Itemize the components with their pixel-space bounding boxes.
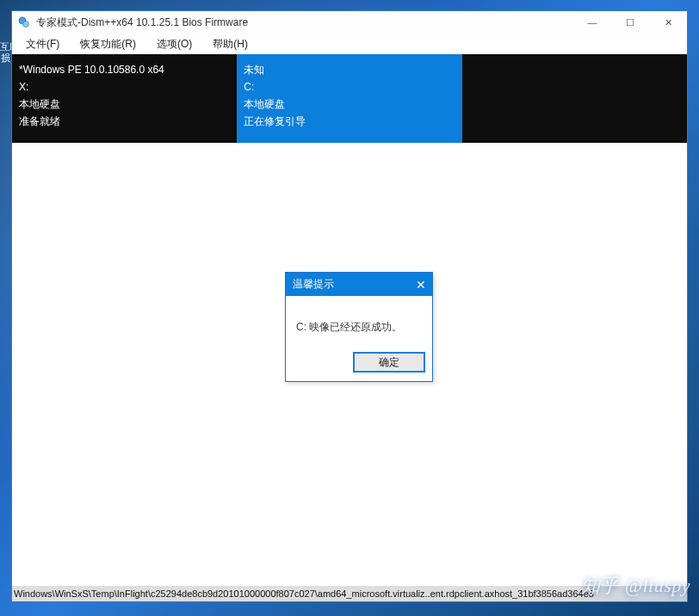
panel-os-name: 未知 xyxy=(244,61,453,78)
system-panel-left[interactable]: *Windows PE 10.0.10586.0 x64 X: 本地硬盘 准备就… xyxy=(12,54,237,143)
panel-os-name: *Windows PE 10.0.10586.0 x64 xyxy=(19,61,228,78)
menu-options[interactable]: 选项(O) xyxy=(146,35,202,53)
menubar: 文件(F) 恢复功能(R) 选项(O) 帮助(H) xyxy=(12,34,687,54)
panel-disk-type: 本地硬盘 xyxy=(19,95,228,113)
dialog-message: C: 映像已经还原成功。 xyxy=(286,296,432,350)
statusbar-text: Windows\WinSxS\Temp\InFlight\c25294de8cb… xyxy=(14,588,594,599)
system-panel-middle[interactable]: 未知 C: 本地硬盘 正在修复引导 xyxy=(237,54,461,143)
panel-drive: X: xyxy=(19,78,228,95)
menu-restore[interactable]: 恢复功能(R) xyxy=(70,35,146,53)
panel-status: 准备就绪 xyxy=(19,113,228,130)
watermark-text: 知乎 @liuspy xyxy=(581,573,690,599)
panel-drive: C: xyxy=(244,78,453,95)
message-dialog: 温馨提示 ✕ C: 映像已经还原成功。 确定 xyxy=(285,272,433,382)
system-panel-right[interactable] xyxy=(462,54,687,143)
menu-file[interactable]: 文件(F) xyxy=(15,35,70,53)
dialog-title-text: 温馨提示 xyxy=(293,277,334,292)
panel-disk-type: 本地硬盘 xyxy=(244,95,453,113)
maximize-button[interactable]: ☐ xyxy=(611,11,649,34)
dialog-titlebar[interactable]: 温馨提示 ✕ xyxy=(286,273,432,296)
window-title: 专家模式-Dism++x64 10.1.25.1 Bios Firmware xyxy=(36,15,248,30)
dialog-ok-button[interactable]: 确定 xyxy=(353,352,425,373)
titlebar[interactable]: 专家模式-Dism++x64 10.1.25.1 Bios Firmware —… xyxy=(12,11,687,34)
panel-status: 正在修复引导 xyxy=(244,113,453,130)
svg-point-1 xyxy=(23,22,29,28)
dialog-close-button[interactable]: ✕ xyxy=(410,278,432,292)
app-icon xyxy=(17,15,31,29)
system-panels: *Windows PE 10.0.10586.0 x64 X: 本地硬盘 准备就… xyxy=(12,54,687,143)
close-button[interactable]: ✕ xyxy=(649,11,687,34)
menu-help[interactable]: 帮助(H) xyxy=(202,35,258,53)
minimize-button[interactable]: — xyxy=(573,11,611,34)
desktop-fragment-text: 互助 损 xyxy=(0,41,11,64)
